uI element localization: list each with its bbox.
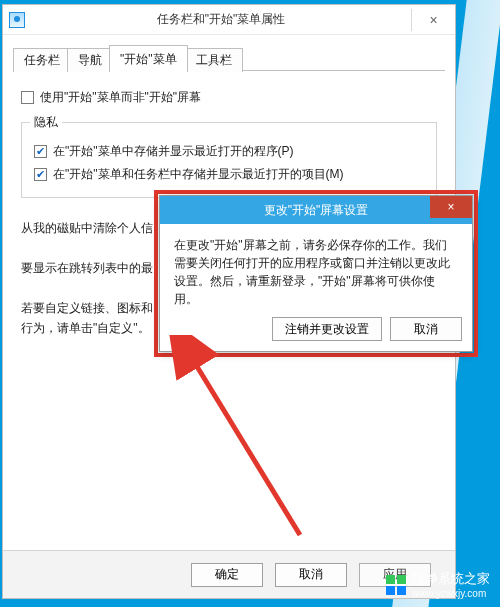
window-title: 任务栏和"开始"菜单属性 [31, 11, 411, 28]
use-start-menu-checkbox[interactable] [21, 91, 34, 104]
dialog-title: 更改"开始"屏幕设置 [160, 202, 472, 219]
tab-navigation[interactable]: 导航 [67, 48, 113, 72]
dialog-titlebar: 更改"开始"屏幕设置 × [160, 196, 472, 224]
dialog-close-button[interactable]: × [430, 196, 472, 218]
tab-taskbar[interactable]: 任务栏 [13, 48, 71, 72]
window-titlebar: 任务栏和"开始"菜单属性 × [3, 5, 455, 35]
dialog-body-text: 在更改"开始"屏幕之前，请务必保存你的工作。我们需要关闭任何打开的应用程序或窗口… [160, 224, 472, 308]
privacy-programs-checkbox[interactable] [34, 145, 47, 158]
customize-line-2: 行为，请单击"自定义"。 [21, 321, 150, 335]
privacy-items-label: 在"开始"菜单和任务栏中存储并显示最近打开的项目(M) [53, 166, 344, 183]
use-start-menu-row: 使用"开始"菜单而非"开始"屏幕 [21, 89, 437, 106]
watermark-logo-icon [386, 575, 406, 595]
tab-toolbars[interactable]: 工具栏 [185, 48, 243, 72]
privacy-programs-label: 在"开始"菜单中存储并显示最近打开的程序(P) [53, 143, 294, 160]
dialog-cancel-button[interactable]: 取消 [390, 317, 462, 341]
cancel-button[interactable]: 取消 [275, 563, 347, 587]
window-icon [9, 12, 25, 28]
signout-and-change-button[interactable]: 注销并更改设置 [272, 317, 382, 341]
privacy-programs-row: 在"开始"菜单中存储并显示最近打开的程序(P) [34, 143, 424, 160]
privacy-items-checkbox[interactable] [34, 168, 47, 181]
tab-start-menu[interactable]: "开始"菜单 [109, 45, 188, 72]
watermark-brand: 纯净系统之家 [412, 570, 490, 588]
customize-line-1: 若要自定义链接、图标和 [21, 301, 153, 315]
window-close-button[interactable]: × [411, 9, 455, 31]
watermark-url: www.ycwxjy.com [412, 588, 490, 599]
ok-button[interactable]: 确定 [191, 563, 263, 587]
dialog-button-row: 注销并更改设置 取消 [272, 317, 462, 341]
privacy-group: 隐私 在"开始"菜单中存储并显示最近打开的程序(P) 在"开始"菜单和任务栏中存… [21, 122, 437, 198]
privacy-group-title: 隐私 [30, 114, 62, 131]
tab-bar: 任务栏 导航 "开始"菜单 工具栏 [13, 43, 445, 71]
privacy-items-row: 在"开始"菜单和任务栏中存储并显示最近打开的项目(M) [34, 166, 424, 183]
use-start-menu-label: 使用"开始"菜单而非"开始"屏幕 [40, 89, 201, 106]
watermark: 纯净系统之家 www.ycwxjy.com [386, 570, 490, 599]
confirm-dialog: 更改"开始"屏幕设置 × 在更改"开始"屏幕之前，请务必保存你的工作。我们需要关… [159, 195, 473, 352]
